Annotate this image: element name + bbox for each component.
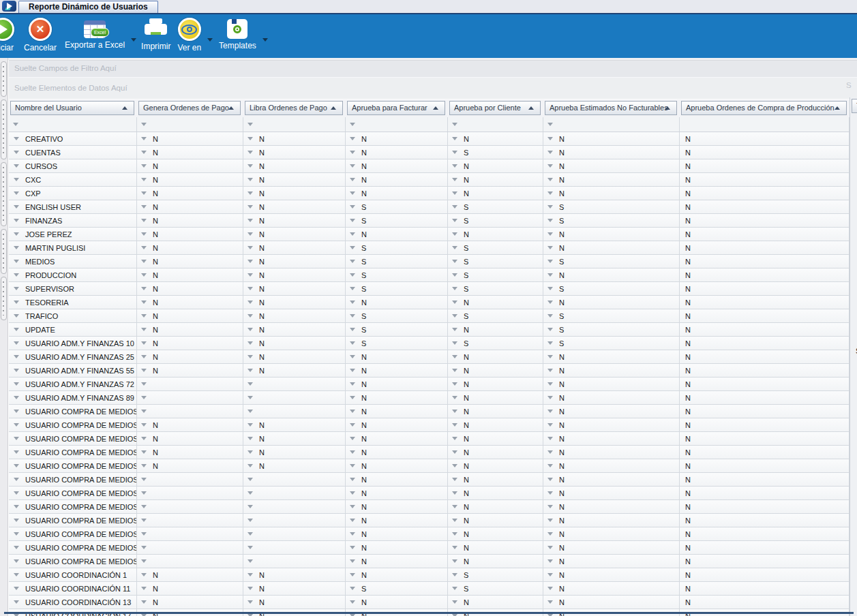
cell-dropdown-icon[interactable] [350, 519, 355, 522]
collapsed-panel-tab[interactable] [1, 229, 7, 274]
cell-dropdown-icon[interactable] [247, 559, 253, 563]
cell-dropdown-icon[interactable] [452, 478, 457, 481]
cell-dropdown-icon[interactable] [547, 273, 553, 277]
filter-dropdown-icon[interactable] [350, 123, 355, 126]
cell-dropdown-icon[interactable] [141, 519, 147, 522]
cell-dropdown-icon[interactable] [547, 137, 553, 140]
cell-dropdown-icon[interactable] [452, 505, 457, 508]
cell-dropdown-icon[interactable] [547, 478, 553, 481]
cell-dropdown-icon[interactable] [247, 328, 253, 331]
table-row[interactable]: USUARIO ADM.Y FINANZAS 89NNNN [9, 391, 857, 405]
templates-button[interactable]: Templates [217, 18, 258, 50]
cell-dropdown-icon[interactable] [247, 260, 253, 263]
cell-dropdown-icon[interactable] [452, 491, 457, 495]
dropdown-arrow-icon[interactable] [131, 38, 136, 42]
table-row[interactable]: USUARIO ADM.Y FINANZAS 25NNNNNN [9, 350, 857, 364]
cell-dropdown-icon[interactable] [452, 382, 457, 386]
cell-dropdown-icon[interactable] [452, 546, 457, 549]
cell-dropdown-icon[interactable] [547, 205, 553, 209]
table-row[interactable]: USUARIO COORDINACIÓN 13NNNNNN [9, 596, 857, 609]
cell-dropdown-icon[interactable] [350, 505, 355, 508]
cell-dropdown-icon[interactable] [247, 205, 253, 209]
cell-dropdown-icon[interactable] [141, 260, 147, 263]
cell-dropdown-icon[interactable] [141, 314, 147, 318]
cell-dropdown-icon[interactable] [141, 341, 147, 345]
cell-dropdown-icon[interactable] [452, 355, 457, 358]
cell-dropdown-icon[interactable] [247, 573, 253, 576]
table-row[interactable]: CREATIVONNNNNN [9, 132, 857, 146]
cell-dropdown-icon[interactable] [247, 478, 253, 481]
cell-dropdown-icon[interactable] [547, 287, 553, 290]
cell-dropdown-icon[interactable] [141, 532, 147, 536]
cell-dropdown-icon[interactable] [247, 519, 253, 522]
cell-dropdown-icon[interactable] [14, 519, 19, 522]
cell-dropdown-icon[interactable] [247, 369, 253, 372]
cell-dropdown-icon[interactable] [350, 355, 355, 358]
cell-dropdown-icon[interactable] [350, 164, 355, 168]
cell-dropdown-icon[interactable] [141, 219, 147, 222]
table-row[interactable]: USUARIO COMPRA DE MEDIOS 96NNNN [9, 555, 857, 568]
cell-dropdown-icon[interactable] [547, 491, 553, 495]
table-row[interactable]: ENGLISH USERNNSSSN [9, 200, 857, 214]
cell-dropdown-icon[interactable] [141, 478, 147, 481]
cell-dropdown-icon[interactable] [547, 191, 553, 195]
table-row[interactable]: USUARIO COORDINACIÓN 1NNNSNN [9, 568, 857, 582]
table-row[interactable]: MARTIN PUGLISINNSSNN [9, 241, 857, 255]
cell-dropdown-icon[interactable] [350, 287, 355, 290]
filter-dropdown-icon[interactable] [141, 123, 147, 126]
cell-dropdown-icon[interactable] [350, 396, 355, 399]
table-row[interactable]: USUARIO COMPRA DE MEDIOS 88NNNN [9, 514, 857, 527]
filter-dropdown-icon[interactable] [452, 123, 457, 126]
cell-dropdown-icon[interactable] [452, 369, 457, 372]
cell-dropdown-icon[interactable] [247, 287, 253, 290]
cell-dropdown-icon[interactable] [141, 151, 147, 154]
cell-dropdown-icon[interactable] [547, 519, 553, 522]
column-header-libra-ordenes-de-pago[interactable]: Libra Ordenes de Pago [245, 101, 343, 115]
cell-dropdown-icon[interactable] [141, 137, 147, 140]
collapsed-panel-tab[interactable] [1, 277, 7, 320]
cell-dropdown-icon[interactable] [452, 437, 457, 440]
cell-dropdown-icon[interactable] [452, 328, 457, 331]
cell-dropdown-icon[interactable] [547, 450, 553, 454]
cell-dropdown-icon[interactable] [141, 464, 147, 467]
cell-dropdown-icon[interactable] [141, 559, 147, 563]
cell-dropdown-icon[interactable] [547, 178, 553, 181]
cell-dropdown-icon[interactable] [14, 164, 19, 168]
cell-dropdown-icon[interactable] [452, 178, 457, 181]
cell-dropdown-icon[interactable] [452, 164, 457, 168]
cell-dropdown-icon[interactable] [14, 219, 19, 222]
cell-dropdown-icon[interactable] [452, 260, 457, 263]
table-row[interactable]: TESORERIANNNNNN [9, 296, 857, 309]
exportar-a-excel-button[interactable]: Exportar a Excel [63, 18, 127, 50]
imprimir-button[interactable]: Imprimir [139, 18, 172, 51]
cell-dropdown-icon[interactable] [350, 437, 355, 440]
table-row[interactable]: USUARIO COMPRA DE MEDIOS 86NNNN [9, 487, 857, 500]
cell-dropdown-icon[interactable] [14, 369, 19, 372]
table-row[interactable]: CURSOSNNNNNN [9, 159, 857, 173]
cell-dropdown-icon[interactable] [452, 232, 457, 236]
cell-dropdown-icon[interactable] [14, 600, 19, 604]
cell-dropdown-icon[interactable] [547, 246, 553, 249]
cell-dropdown-icon[interactable] [452, 219, 457, 222]
filter-dropdown-icon[interactable] [547, 123, 553, 126]
column-header-partial[interactable]: T [852, 99, 857, 113]
cell-dropdown-icon[interactable] [141, 328, 147, 331]
cell-dropdown-icon[interactable] [452, 191, 457, 195]
cell-dropdown-icon[interactable] [141, 423, 147, 427]
table-row[interactable]: USUARIO COMPRA DE MEDIOS 31NNNNNN [9, 418, 857, 432]
cell-dropdown-icon[interactable] [547, 151, 553, 154]
cell-dropdown-icon[interactable] [247, 410, 253, 413]
cell-dropdown-icon[interactable] [452, 151, 457, 154]
dropdown-arrow-icon[interactable] [207, 38, 213, 42]
table-row[interactable]: USUARIO COMPRA DE MEDIOS 77NNNN [9, 473, 857, 487]
table-row[interactable]: PRODUCCIONNNSSNN [9, 268, 857, 282]
cell-dropdown-icon[interactable] [350, 341, 355, 345]
column-header-aprueba-estimados-no-facturables[interactable]: Aprueba Estimados No Facturables [545, 101, 677, 115]
cell-dropdown-icon[interactable] [350, 301, 355, 304]
table-row[interactable]: USUARIO ADM.Y FINANZAS 10NNSSSN [9, 337, 857, 350]
cell-dropdown-icon[interactable] [452, 519, 457, 522]
cell-dropdown-icon[interactable] [141, 450, 147, 454]
cell-dropdown-icon[interactable] [350, 573, 355, 576]
table-row[interactable]: USUARIO COMPRA DE MEDIOS 61NNNNNN [9, 459, 857, 473]
filter-drop-zone[interactable]: Suelte Campos de Filtro Aquí [9, 60, 857, 78]
